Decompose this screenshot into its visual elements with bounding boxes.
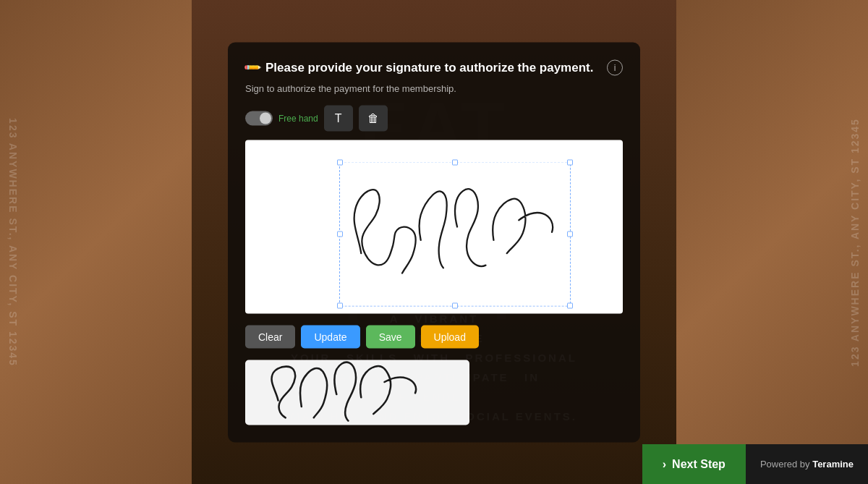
next-step-button[interactable]: › Next Step: [642, 444, 746, 484]
signature-selection-box: [339, 161, 571, 306]
delete-tool-button[interactable]: 🗑: [359, 105, 388, 131]
update-button[interactable]: Update: [301, 325, 359, 348]
handle-bottom-left[interactable]: [337, 302, 343, 308]
handle-bottom-mid[interactable]: [452, 302, 458, 308]
toggle-label: Free hand: [278, 113, 318, 123]
signature-canvas[interactable]: [245, 140, 623, 313]
action-buttons-row: Clear Update Save Upload: [245, 325, 623, 348]
modal-subtitle: Sign to authorize the payment for the me…: [245, 82, 623, 93]
sidebar-left-text: 123 ANYWHERE ST., ANY CITY, ST 12345: [7, 118, 19, 367]
upload-button[interactable]: Upload: [421, 325, 479, 348]
sidebar-right-text: 123 ANYWHERE ST., ANY CITY, ST 12345: [849, 118, 861, 367]
powered-by-prefix: Powered by: [760, 459, 810, 470]
handle-top-mid[interactable]: [452, 159, 458, 165]
bg-left-panel: 123 ANYWHERE ST., ANY CITY, ST 12345: [0, 0, 192, 484]
handle-mid-left[interactable]: [337, 231, 343, 237]
modal-title: Please provide your signature to authori…: [265, 60, 593, 75]
bg-right-panel: 123 ANYWHERE ST., ANY CITY, ST 12345: [676, 0, 868, 484]
toggle-knob: [260, 112, 271, 124]
save-button[interactable]: Save: [366, 325, 415, 348]
signature-modal: ✏️ Please provide your signature to auth…: [228, 42, 640, 442]
brand-name: Teramine: [812, 459, 854, 470]
handle-mid-right[interactable]: [567, 231, 573, 237]
clear-button[interactable]: Clear: [245, 325, 295, 348]
handle-top-left[interactable]: [337, 159, 343, 165]
handle-top-right[interactable]: [567, 159, 573, 165]
modal-header: ✏️ Please provide your signature to auth…: [245, 59, 623, 75]
toggle-container: Free hand: [245, 111, 318, 125]
handle-bottom-right[interactable]: [567, 302, 573, 308]
bottom-bar: › Next Step Powered by Teramine: [0, 444, 868, 484]
next-step-arrow: ›: [663, 458, 666, 471]
signature-preview: [245, 360, 469, 425]
pen-icon: ✏️: [242, 57, 263, 77]
powered-by-bar: Powered by Teramine: [746, 444, 868, 484]
info-icon[interactable]: i: [607, 59, 623, 75]
signature-toolbar: Free hand T 🗑: [245, 105, 623, 131]
modal-title-row: ✏️ Please provide your signature to auth…: [245, 60, 593, 75]
signature-preview-drawing: [245, 360, 469, 425]
text-tool-button[interactable]: T: [324, 105, 353, 131]
freehand-toggle[interactable]: [245, 111, 273, 125]
next-step-label: Next Step: [672, 458, 726, 471]
